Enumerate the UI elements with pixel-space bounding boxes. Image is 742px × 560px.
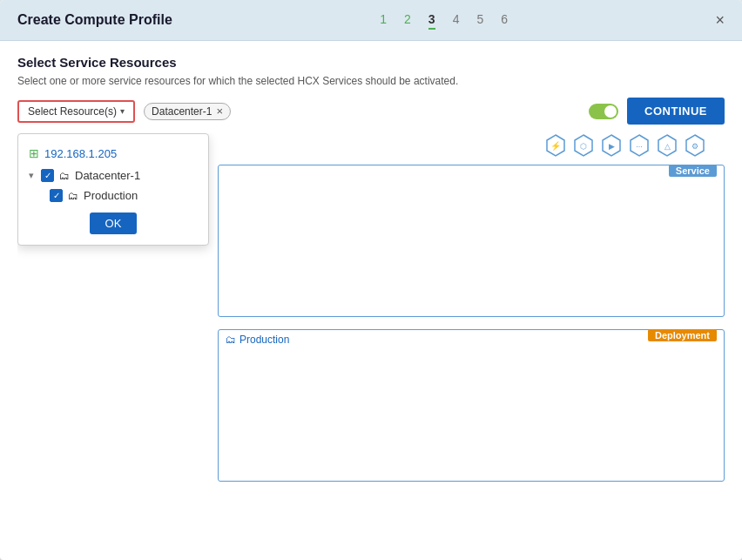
datacenter-label: Datacenter-1: [75, 169, 140, 182]
production-icon: 🗂: [68, 190, 78, 202]
step-5: 5: [476, 12, 483, 28]
hex-icon-5: △: [655, 133, 679, 158]
svg-text:▶: ▶: [609, 142, 615, 151]
hex-icon-1: ⚡: [543, 133, 568, 158]
toggle-wrap: [589, 104, 618, 119]
hex-icon-2: ⬡: [571, 133, 596, 158]
right-panel: ⚡ ⬡ ▶ ··· △: [218, 133, 725, 546]
chevron-down-icon: ▾: [120, 106, 125, 116]
hex-icon-4: ···: [627, 133, 651, 158]
svg-text:⚙: ⚙: [691, 142, 698, 151]
ip-address: 192.168.1.205: [44, 147, 117, 160]
production-container-name: 🗂 Production: [226, 334, 289, 346]
datacenter-icon: 🗂: [59, 170, 70, 182]
deployment-label: Deployment: [648, 329, 717, 341]
dropdown-production-row[interactable]: ✓ 🗂 Production: [18, 186, 208, 206]
modal-title: Create Compute Profile: [17, 12, 172, 28]
toggle-switch[interactable]: [589, 104, 618, 119]
step-6: 6: [501, 12, 508, 28]
tag-remove-icon[interactable]: ×: [216, 105, 223, 117]
dropdown-datacenter-row[interactable]: ▾ ✓ 🗂 Datacenter-1: [18, 165, 208, 186]
stepper: 1 2 3 4 5 6: [380, 12, 508, 28]
select-resources-label: Select Resource(s): [28, 105, 117, 118]
hex-icon-3: ▶: [599, 133, 624, 158]
modal-header: Create Compute Profile 1 2 3 4 5 6 ×: [0, 0, 742, 41]
server-icon: ⊞: [29, 146, 39, 160]
step-4: 4: [453, 12, 460, 28]
chevron-icon: ▾: [29, 170, 34, 181]
modal-body: Select Service Resources Select one or m…: [0, 41, 742, 560]
dropdown-ip-row: ⊞ 192.168.1.205: [18, 141, 208, 165]
section-description: Select one or more service resources for…: [17, 75, 725, 87]
hex-icon-6: ⚙: [683, 133, 707, 158]
datacenter-tag: Datacenter-1 ×: [144, 103, 231, 120]
step-3: 3: [428, 12, 435, 28]
toggle-knob: [604, 105, 617, 118]
production-folder-icon: 🗂: [226, 334, 236, 346]
toolbar-row: Select Resource(s) ▾ Datacenter-1 × CONT…: [17, 98, 725, 125]
step-2: 2: [404, 12, 411, 28]
svg-text:⚡: ⚡: [550, 140, 562, 152]
svg-text:⬡: ⬡: [580, 142, 587, 151]
svg-text:△: △: [664, 142, 671, 151]
svg-text:···: ···: [636, 142, 643, 151]
service-container: Service: [218, 165, 725, 317]
content-area: ⊞ 192.168.1.205 ▾ ✓ 🗂 Datacenter-1 ✓ 🗂 P…: [17, 133, 725, 546]
close-button[interactable]: ×: [715, 12, 725, 28]
production-name-label: Production: [239, 334, 289, 346]
dropdown-popup: ⊞ 192.168.1.205 ▾ ✓ 🗂 Datacenter-1 ✓ 🗂 P…: [17, 133, 209, 246]
ok-button[interactable]: OK: [90, 213, 138, 234]
datacenter-checkbox[interactable]: ✓: [41, 169, 54, 182]
select-resources-button[interactable]: Select Resource(s) ▾: [17, 100, 135, 123]
continue-button[interactable]: CONTINUE: [627, 98, 725, 125]
step-1: 1: [380, 12, 387, 28]
production-label: Production: [84, 189, 138, 202]
hex-icons-row: ⚡ ⬡ ▶ ··· △: [218, 133, 725, 158]
deployment-container: 🗂 Production Deployment: [218, 329, 725, 482]
production-checkbox[interactable]: ✓: [50, 189, 63, 202]
service-label: Service: [669, 165, 717, 177]
modal: Create Compute Profile 1 2 3 4 5 6 × Sel…: [0, 0, 742, 560]
section-title: Select Service Resources: [17, 55, 725, 70]
tag-label: Datacenter-1: [152, 105, 212, 118]
